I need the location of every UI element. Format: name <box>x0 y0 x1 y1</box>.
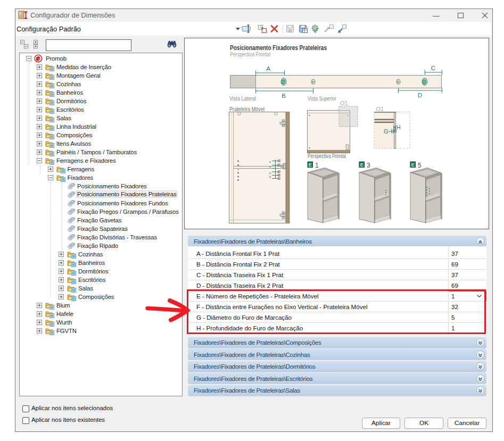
svg-text:Perspectiva Frontal: Perspectiva Frontal <box>308 153 346 159</box>
svg-text:Perspectiva Frontal: Perspectiva Frontal <box>230 51 270 57</box>
svg-text:3: 3 <box>367 162 370 169</box>
svg-text:Vista Superior: Vista Superior <box>308 95 336 102</box>
svg-text:O1: O1 <box>376 106 384 112</box>
svg-text:G: G <box>384 128 389 135</box>
svg-text:B: B <box>282 93 286 99</box>
svg-text:E: E <box>411 162 415 168</box>
svg-text:E: E <box>309 162 312 168</box>
svg-text:E: E <box>360 162 363 168</box>
svg-text:Vista Lateral: Vista Lateral <box>229 95 256 102</box>
svg-text:1: 1 <box>315 162 319 169</box>
svg-text:Prateleira Móvel: Prateleira Móvel <box>229 106 265 112</box>
svg-text:A: A <box>266 65 270 72</box>
svg-text:O1: O1 <box>340 100 348 106</box>
svg-text:5: 5 <box>418 162 422 169</box>
svg-text:Posicionamento Fixadores Prate: Posicionamento Fixadores Prateleiras <box>230 44 327 52</box>
svg-text:D: D <box>418 92 422 98</box>
svg-text:C: C <box>431 65 435 71</box>
svg-text:H: H <box>396 124 401 130</box>
